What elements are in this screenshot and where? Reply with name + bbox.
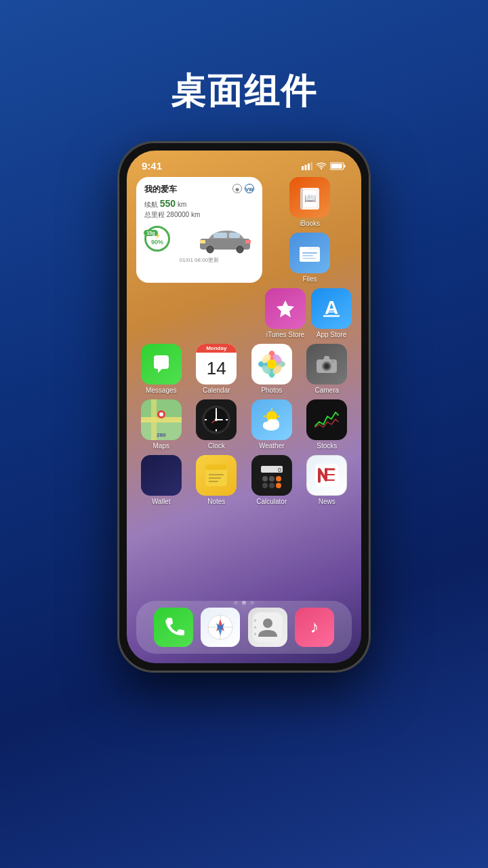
- clock-icon: [196, 399, 237, 440]
- clock-label: Clock: [208, 442, 225, 450]
- dock-phone[interactable]: [154, 608, 193, 647]
- messages-label: Messages: [146, 387, 177, 394]
- svg-point-83: [276, 476, 281, 481]
- app-ibooks[interactable]: 📖 iBooks: [268, 177, 352, 227]
- appstore-svg: A: [319, 296, 344, 321]
- svg-rect-0: [302, 166, 304, 170]
- app-clock[interactable]: Clock: [192, 399, 242, 450]
- phone-mockup: 9:41: [119, 142, 369, 671]
- svg-rect-3: [311, 162, 313, 170]
- app-weather[interactable]: Weather: [247, 399, 297, 450]
- svg-rect-1: [305, 165, 307, 170]
- svg-point-53: [159, 412, 163, 416]
- svg-text:0: 0: [278, 467, 281, 473]
- app-photos[interactable]: Photos: [247, 344, 297, 394]
- svg-point-64: [215, 418, 218, 421]
- svg-rect-28: [302, 258, 316, 259]
- notes-label: Notes: [207, 498, 225, 505]
- svg-rect-21: [300, 188, 303, 210]
- dock-contacts[interactable]: [248, 608, 287, 647]
- weather-label: Weather: [259, 442, 285, 450]
- app-appstore[interactable]: A App Store: [311, 288, 352, 338]
- app-camera[interactable]: Camera: [302, 344, 352, 394]
- app-calculator[interactable]: 0 Calculator: [247, 455, 297, 505]
- svg-rect-100: [254, 633, 256, 635]
- photos-label: Photos: [261, 387, 282, 394]
- signal-icon: [302, 162, 312, 170]
- app-itunes[interactable]: iTunes Store: [265, 288, 306, 338]
- phone-screen: 9:41: [127, 151, 361, 663]
- svg-rect-16: [229, 233, 240, 238]
- camera-icon: [306, 344, 347, 384]
- svg-point-73: [267, 419, 275, 427]
- brand-logo-2: VW: [245, 184, 254, 193]
- svg-text:VW: VW: [245, 187, 253, 192]
- svg-rect-26: [302, 252, 317, 254]
- content-area: 我的爱车 ⊕ VW: [127, 172, 361, 505]
- app-stocks[interactable]: Stocks: [302, 399, 352, 450]
- car-widget[interactable]: 我的爱车 ⊕ VW: [136, 177, 262, 283]
- page-title: 桌面组件: [171, 68, 317, 115]
- svg-point-42: [267, 359, 277, 369]
- app-files[interactable]: Files: [268, 233, 352, 283]
- svg-rect-25: [300, 247, 308, 250]
- maps-icon: 280: [141, 399, 182, 440]
- svg-rect-15: [214, 233, 227, 238]
- cal-day: 14: [196, 353, 237, 384]
- app-wallet[interactable]: Wallet: [136, 455, 186, 505]
- app-maps[interactable]: 280 Maps: [136, 399, 186, 450]
- svg-point-47: [331, 360, 334, 363]
- car-total-info: 总里程 280000 km: [144, 210, 254, 220]
- svg-rect-2: [308, 163, 310, 170]
- svg-text:⊕: ⊕: [235, 187, 239, 192]
- stocks-icon: [306, 399, 347, 440]
- messages-svg: [148, 351, 174, 377]
- contacts-icon: [253, 612, 283, 642]
- svg-rect-75: [205, 465, 227, 470]
- status-bar: 9:41: [127, 151, 361, 172]
- news-svg: [312, 461, 341, 490]
- app-notes[interactable]: Notes: [192, 455, 242, 505]
- wallet-label: Wallet: [152, 498, 170, 505]
- svg-rect-6: [344, 165, 346, 167]
- app-messages[interactable]: Messages: [136, 344, 186, 394]
- fuel-badge: 15g: [144, 230, 157, 236]
- files-icon: [289, 233, 330, 273]
- appstore-icon: A: [311, 288, 352, 329]
- wallet-icon: [141, 455, 182, 496]
- svg-marker-29: [277, 300, 294, 317]
- calendar-icon: Monday 14: [196, 344, 237, 384]
- battery-icon: [330, 162, 346, 170]
- status-icons: [302, 162, 346, 170]
- dock-music[interactable]: ♪: [295, 608, 334, 647]
- files-label: Files: [302, 275, 317, 283]
- itunes-appstore-row: iTunes Store A App Store: [136, 288, 352, 338]
- svg-rect-18: [245, 240, 251, 243]
- svg-point-85: [269, 483, 274, 488]
- svg-text:280: 280: [157, 432, 166, 438]
- ibooks-icon: 📖: [289, 177, 330, 218]
- car-logos: ⊕ VW: [232, 184, 254, 193]
- svg-point-97: [263, 618, 272, 628]
- calendar-label: Calendar: [203, 387, 230, 394]
- camera-svg: [314, 351, 340, 377]
- news-label: News: [319, 498, 336, 505]
- svg-rect-51: [151, 399, 157, 440]
- svg-rect-99: [254, 626, 256, 629]
- phone-icon: [162, 616, 185, 639]
- app-calendar[interactable]: Monday 14 Calendar: [192, 344, 242, 394]
- dock-safari[interactable]: [201, 608, 240, 647]
- app-news[interactable]: News: [302, 455, 352, 505]
- stocks-label: Stocks: [317, 442, 337, 450]
- appstore-label: App Store: [317, 331, 346, 338]
- ibooks-label: iBooks: [300, 220, 320, 227]
- calculator-svg: 0: [258, 461, 286, 490]
- update-time: 01/01 08:00更新: [144, 256, 254, 264]
- svg-rect-98: [254, 619, 256, 622]
- cal-header: Monday: [196, 344, 237, 353]
- svg-text:📖: 📖: [304, 193, 317, 204]
- brand-logo-1: ⊕: [232, 184, 242, 193]
- dock: ♪: [136, 601, 352, 654]
- svg-text:A: A: [325, 297, 338, 318]
- app-grid-row3: Wallet Notes: [136, 455, 352, 505]
